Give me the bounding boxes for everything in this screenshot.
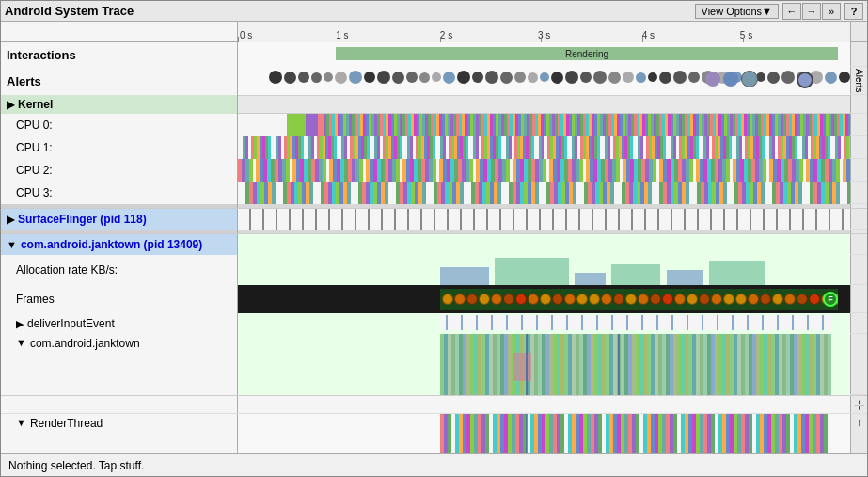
frame-dot[interactable] bbox=[491, 294, 502, 305]
alert-circle[interactable] bbox=[580, 72, 592, 83]
alert-circle[interactable] bbox=[349, 71, 362, 84]
kernel-section-label[interactable]: ▶ Kernel bbox=[1, 95, 238, 114]
alert-circle[interactable] bbox=[500, 72, 513, 84]
frame-dot[interactable] bbox=[760, 294, 771, 305]
alert-circle[interactable] bbox=[472, 72, 483, 83]
alert-circle[interactable] bbox=[324, 72, 333, 82]
renderthread-content[interactable] bbox=[238, 414, 850, 453]
alert-circle[interactable] bbox=[688, 72, 700, 83]
frame-dot[interactable] bbox=[797, 294, 808, 305]
nav-expand-button[interactable]: » bbox=[822, 3, 841, 20]
sf-label[interactable]: ▶ SurfaceFlinger (pid 118) bbox=[1, 209, 238, 230]
cpu2-content[interactable] bbox=[238, 159, 850, 182]
sf-content[interactable] bbox=[238, 209, 850, 230]
nav-left-button[interactable]: ← bbox=[782, 3, 801, 20]
frame-dot[interactable] bbox=[613, 294, 624, 305]
alert-circle[interactable] bbox=[659, 72, 671, 84]
frame-dot[interactable] bbox=[625, 294, 637, 305]
janktown-header-label[interactable]: ▼ com.android.janktown (pid 13409) bbox=[1, 234, 238, 255]
alert-circle[interactable] bbox=[364, 72, 375, 83]
alert-circle[interactable] bbox=[551, 72, 563, 84]
allocation-content[interactable] bbox=[238, 255, 850, 285]
kernel-section-row[interactable]: ▶ Kernel bbox=[1, 95, 867, 114]
alert-circle[interactable] bbox=[648, 72, 657, 82]
frame-dot[interactable] bbox=[809, 294, 820, 305]
frame-dot[interactable] bbox=[711, 294, 722, 305]
frame-dot[interactable] bbox=[576, 294, 588, 305]
frame-f-final[interactable]: F bbox=[823, 292, 838, 307]
frame-dot[interactable] bbox=[772, 294, 783, 305]
alert-circle[interactable] bbox=[825, 72, 837, 84]
deliver-content[interactable] bbox=[238, 313, 850, 334]
alert-circle[interactable] bbox=[419, 72, 430, 83]
alert-circle[interactable] bbox=[432, 72, 441, 82]
frame-dot[interactable] bbox=[735, 294, 747, 305]
alert-circle[interactable] bbox=[298, 72, 309, 83]
frame-dot[interactable] bbox=[674, 294, 686, 305]
alert-circle-lg3[interactable] bbox=[741, 71, 758, 87]
frame-dot[interactable] bbox=[479, 294, 490, 305]
nav-right-button[interactable]: → bbox=[802, 3, 821, 20]
frames-content[interactable]: const frameColors = ['#cc8800','#cc6600'… bbox=[238, 285, 850, 313]
frame-dot[interactable] bbox=[723, 294, 734, 305]
alert-circle[interactable] bbox=[311, 72, 322, 83]
alert-circle[interactable] bbox=[284, 72, 296, 84]
alert-circle[interactable] bbox=[673, 71, 687, 84]
alert-circle[interactable] bbox=[457, 71, 470, 84]
frame-dot[interactable] bbox=[601, 294, 612, 305]
renderthread-label[interactable]: ▼ RenderThread bbox=[1, 414, 238, 453]
janktown-track-label[interactable]: ▼ com.android.janktown bbox=[1, 334, 238, 395]
help-button[interactable]: ? bbox=[844, 3, 863, 20]
alert-circle[interactable] bbox=[593, 71, 607, 84]
alert-circle[interactable] bbox=[565, 71, 578, 84]
janktown-header-row[interactable]: ▼ com.android.janktown (pid 13409) bbox=[1, 234, 867, 255]
alert-circle[interactable] bbox=[767, 72, 780, 84]
scroll-cursor-icon[interactable]: ⊹ bbox=[854, 397, 865, 412]
alerts-content[interactable]: document.write(Array(60).fill(0).map((_,… bbox=[238, 67, 850, 95]
alert-circle[interactable] bbox=[406, 72, 418, 83]
frame-dot[interactable] bbox=[687, 294, 698, 305]
alert-circle[interactable] bbox=[392, 72, 404, 84]
janktown-header-content[interactable] bbox=[238, 234, 850, 255]
alert-circle[interactable] bbox=[514, 72, 526, 83]
cpu1-content[interactable] bbox=[238, 136, 850, 159]
alert-circle[interactable] bbox=[335, 72, 347, 84]
alert-circle[interactable] bbox=[781, 71, 795, 84]
kernel-content[interactable] bbox=[238, 95, 850, 114]
scroll-arrow-up-icon[interactable]: ↑ bbox=[857, 416, 862, 429]
frame-dot[interactable] bbox=[442, 294, 453, 305]
deliver-label[interactable]: ▶ deliverInputEvent bbox=[1, 313, 238, 334]
frame-dot[interactable] bbox=[564, 294, 576, 305]
alert-circle[interactable] bbox=[636, 72, 646, 83]
frame-dot[interactable] bbox=[699, 294, 710, 305]
alert-circle-xl[interactable] bbox=[797, 72, 813, 88]
frame-dot[interactable] bbox=[552, 294, 563, 305]
frame-dot[interactable] bbox=[589, 294, 600, 305]
frame-dot[interactable] bbox=[638, 294, 649, 305]
alert-circle[interactable] bbox=[608, 72, 621, 84]
janktown-track-content[interactable] bbox=[238, 334, 850, 395]
frame-dot[interactable] bbox=[528, 294, 539, 305]
alert-circle[interactable] bbox=[540, 72, 549, 82]
frame-dot[interactable] bbox=[540, 294, 551, 305]
alert-circle[interactable] bbox=[485, 71, 498, 84]
frame-dot[interactable] bbox=[503, 294, 514, 305]
frame-dot[interactable] bbox=[748, 294, 759, 305]
cpu3-content[interactable] bbox=[238, 182, 850, 204]
alert-circle[interactable] bbox=[623, 72, 634, 83]
alert-circle[interactable] bbox=[528, 72, 538, 83]
interactions-content[interactable]: Rendering bbox=[238, 42, 850, 67]
frame-dot[interactable] bbox=[662, 294, 673, 305]
frame-dot[interactable] bbox=[784, 294, 796, 305]
alert-circle[interactable] bbox=[377, 71, 390, 84]
frame-dot[interactable] bbox=[454, 294, 466, 305]
alert-circle[interactable] bbox=[269, 71, 282, 84]
alert-circle-lg2[interactable] bbox=[723, 72, 738, 87]
view-options-button[interactable]: View Options▼ bbox=[695, 4, 780, 19]
sf-track-row[interactable]: ▶ SurfaceFlinger (pid 118) bbox=[1, 209, 867, 230]
cpu0-content[interactable] bbox=[238, 114, 850, 136]
alert-circle[interactable] bbox=[443, 72, 455, 84]
frame-dot[interactable] bbox=[466, 294, 478, 305]
alert-circle[interactable] bbox=[839, 72, 850, 83]
scroll-arrow-down-icon[interactable]: ↓ bbox=[857, 452, 862, 453]
